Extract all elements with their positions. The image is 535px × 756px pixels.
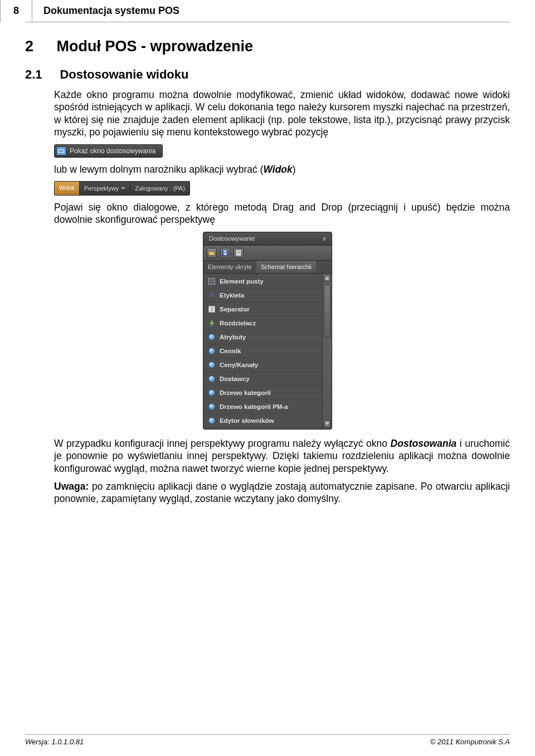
heading-2: 2.1 Dostosowanie widoku [25,67,510,82]
splitter-icon [208,319,216,327]
context-menu-figure: Pokaż okno dostosowywania [54,144,510,158]
save-button[interactable] [220,248,230,258]
paragraph-5: Uwaga: po zamknięciu aplikacji dane o wy… [54,480,510,505]
module-icon [208,347,216,355]
dialog-list: Element pusty AEtykieta Separator Rozdzi… [203,274,322,429]
module-icon [208,389,216,397]
dialog-tabs: Elementy ukryte Schemat hierarchii [203,261,332,274]
list-item[interactable]: Drzewo kategorii [203,386,322,400]
dialog-title: Dostosowywanie [209,235,255,242]
list-item[interactable]: Atrybuty [203,330,322,344]
list-item[interactable]: Separator [203,303,322,316]
page-footer: Wersja: 1.0.1.0.81 © 2011 Komputronik S.… [25,734,510,746]
module-icon [208,333,216,341]
h2-number: 2.1 [25,67,57,82]
h1-text: Moduł POS - wprowadzenie [56,38,253,55]
heading-1: 2 Moduł POS - wprowadzenie [25,38,510,55]
svg-rect-1 [223,250,227,252]
list-item[interactable]: Cennik [203,344,322,358]
separator-icon [208,305,216,313]
customize-window-icon [56,147,66,155]
scroll-thumb[interactable] [324,285,330,338]
chevron-down-icon [121,187,125,189]
empty-element-icon [208,277,216,285]
h1-number: 2 [25,38,54,55]
document-page: 8 Dokumentacja systemu POS 2 Moduł POS -… [0,0,535,756]
chevron-down-icon [325,422,329,425]
list-item[interactable]: Drzewo kategorii PM-a [203,400,322,414]
options-button[interactable] [234,248,244,258]
paragraph-3: Pojawi się okno dialogowe, z którego met… [54,201,510,226]
paragraph-1: Każde okno programu można dowolnie modyf… [54,89,510,139]
scrollbar[interactable] [322,274,332,429]
module-icon [208,417,216,425]
logged-in-label: Zalogowany : (PA) [130,182,189,195]
list-item[interactable]: Rozdzielacz [203,316,322,330]
list-item[interactable]: Ceny/Kanały [203,358,322,372]
module-icon [208,403,216,411]
scroll-down-button[interactable] [324,420,330,428]
paragraph-2: lub w lewym dolnym narożniku aplikacji w… [54,163,510,175]
module-icon [208,361,216,369]
status-bar-figure: Widok Perspektywy Zalogowany : (PA) [54,181,510,196]
widok-button[interactable]: Widok [55,182,79,195]
list-item[interactable]: AEtykieta [203,289,322,303]
list-item[interactable]: Element pusty [203,275,322,289]
perspektywy-dropdown[interactable]: Perspektywy [79,182,130,195]
save-icon [222,250,228,256]
chevron-up-icon [325,277,329,280]
module-icon [208,375,216,383]
h2-text: Dostosowanie widoku [60,67,188,81]
doc-title: Dokumentacja systemu POS [32,5,179,17]
list-item[interactable]: Edytor słowników [203,414,322,428]
folder-open-icon [208,250,215,256]
list-item[interactable]: Dostawcy [203,372,322,386]
sheet-icon [235,250,242,256]
paragraph-4: W przypadku konfiguracji innej perspekty… [54,437,510,475]
version-label: Wersja: 1.0.1.0.81 [25,738,84,746]
copyright-label: © 2011 Komputronik S.A [430,738,510,746]
open-button[interactable] [207,248,217,258]
tab-hierarchy-schema[interactable]: Schemat hierarchii [256,261,316,273]
context-menu-item[interactable]: Pokaż okno dostosowywania [54,144,163,158]
status-bar: Widok Perspektywy Zalogowany : (PA) [54,181,190,196]
context-menu-label: Pokaż okno dostosowywania [70,147,155,155]
page-number: 8 [0,0,32,22]
label-icon: A [208,291,216,299]
dialog-titlebar[interactable]: Dostosowywanie x [203,232,332,246]
tab-hidden-elements[interactable]: Elementy ukryte [203,261,256,273]
close-icon[interactable]: x [320,235,328,242]
dialog-body: Element pusty AEtykieta Separator Rozdzi… [203,274,332,429]
scroll-up-button[interactable] [324,275,330,282]
page-header: 8 Dokumentacja systemu POS [25,0,510,22]
svg-rect-2 [224,253,227,255]
customize-dialog: Dostosowywanie x Elementy ukryte Schemat… [203,232,332,430]
dialog-toolbar [203,246,332,261]
